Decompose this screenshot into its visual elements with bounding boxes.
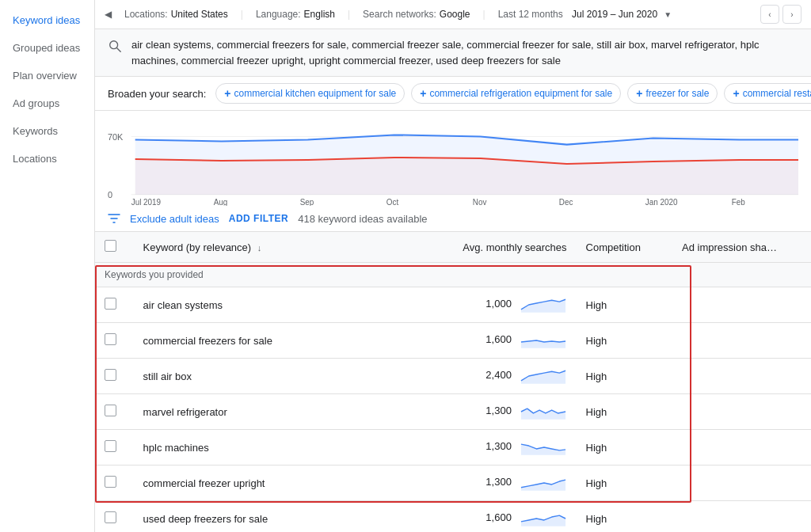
row-checkbox-1[interactable]	[105, 333, 116, 345]
search-text: air clean systems, commercial freezers f…	[131, 37, 798, 68]
sidebar-item-locations[interactable]: Locations	[0, 145, 94, 173]
header-keyword[interactable]: Keyword (by relevance) ↓	[134, 232, 423, 263]
back-arrow[interactable]: ◀	[105, 9, 112, 20]
sidebar-item-plan-overview[interactable]: Plan overview	[0, 62, 94, 89]
sidebar-item-ad-groups[interactable]: Ad groups	[0, 89, 94, 117]
svg-text:Nov: Nov	[473, 198, 487, 206]
chart-svg: 70K 0 Jul 2019 Aug Sep Oct Nov Dec Jan 2…	[108, 117, 798, 206]
header-monthly[interactable]: Avg. monthly searches	[422, 232, 576, 263]
header-competition-label: Competition	[586, 241, 641, 253]
row-checkbox-4[interactable]	[105, 440, 116, 452]
networks-label: Search networks:	[363, 9, 436, 20]
keyword-text: marvel refrigerator	[143, 406, 227, 418]
svg-text:Oct: Oct	[386, 198, 399, 206]
sidebar-item-keyword-ideas[interactable]: Keyword ideas	[0, 6, 94, 34]
locations-label: Locations:	[124, 9, 168, 20]
svg-text:Dec: Dec	[559, 198, 573, 206]
monthly-value: 2,400	[485, 369, 512, 381]
row-checkbox-2[interactable]	[105, 369, 116, 381]
broaden-tag-2[interactable]: + freezer for sale	[627, 83, 718, 104]
svg-text:Jul 2019: Jul 2019	[131, 198, 162, 206]
table-row: commercial freezers for sale 1,600 High	[95, 323, 811, 359]
broaden-tag-3[interactable]: + commercial restau…	[724, 83, 811, 104]
filter-bar: Exclude adult ideas ADD FILTER 418 keywo…	[95, 206, 811, 232]
table-row: air clean systems 1,000 High	[95, 287, 811, 323]
competition-value: High	[586, 442, 607, 454]
row-keyword-cell: still air box	[134, 359, 423, 394]
nav-arrows: ‹ ›	[760, 5, 801, 24]
row-keyword-cell: air clean systems	[134, 287, 423, 323]
language-item: Language: English	[256, 9, 335, 20]
locations-item: Locations: United States	[124, 9, 228, 20]
monthly-value: 1,300	[485, 440, 512, 452]
prev-arrow[interactable]: ‹	[760, 5, 779, 24]
sep1: |	[241, 9, 243, 20]
sidebar-item-label: Locations	[13, 153, 57, 165]
header-impression-label: Ad impression sha…	[682, 241, 777, 253]
competition-value: High	[586, 335, 607, 347]
sparkline-icon	[520, 367, 567, 386]
row-checkbox-5[interactable]	[105, 476, 116, 488]
row-monthly-cell: 1,600	[422, 323, 576, 359]
broaden-tag-1[interactable]: + commercial refrigeration equipment for…	[411, 83, 621, 104]
table-row: used deep freezers for sale 1,600 High	[95, 501, 811, 533]
sep3: |	[483, 9, 485, 20]
search-icon	[108, 39, 124, 55]
svg-point-0	[110, 41, 118, 49]
monthly-value: 1,000	[485, 298, 512, 310]
group-header-cell: Keywords you provided	[95, 263, 811, 287]
row-check-cell	[95, 430, 134, 466]
sidebar-item-label: Grouped ideas	[13, 42, 80, 54]
sparkline-icon	[520, 438, 567, 457]
add-filter-button[interactable]: ADD FILTER	[229, 213, 288, 224]
sidebar-item-label: Ad groups	[13, 97, 59, 109]
sparkline-icon	[520, 402, 567, 421]
svg-line-1	[117, 48, 121, 51]
networks-value: Google	[440, 9, 470, 20]
sparkline-icon	[520, 295, 567, 314]
sidebar-item-grouped-ideas[interactable]: Grouped ideas	[0, 34, 94, 62]
svg-marker-19	[520, 408, 565, 420]
keywords-table: Keyword (by relevance) ↓ Avg. monthly se…	[95, 232, 811, 532]
competition-value: High	[586, 370, 607, 382]
row-competition-cell: High	[577, 501, 673, 533]
row-checkbox-3[interactable]	[105, 405, 116, 416]
row-impression-cell	[672, 359, 811, 394]
monthly-value: 1,600	[485, 511, 512, 523]
broaden-tag-label-0: commercial kitchen equipment for sale	[234, 88, 396, 99]
row-monthly-cell: 1,600	[422, 501, 576, 533]
row-check-cell	[95, 359, 134, 394]
top-bar: ◀ Locations: United States | Language: E…	[95, 0, 811, 29]
broaden-tag-0[interactable]: + commercial kitchen equipment for sale	[215, 83, 405, 104]
group-header-row: Keywords you provided	[95, 263, 811, 287]
row-monthly-cell: 1,000	[422, 287, 576, 323]
period-label: Last 12 months	[498, 9, 563, 20]
row-checkbox-0[interactable]	[105, 298, 116, 310]
competition-value: High	[586, 299, 607, 311]
competition-value: High	[586, 477, 607, 489]
header-competition[interactable]: Competition	[577, 232, 673, 263]
keyword-text: still air box	[143, 370, 192, 382]
monthly-value: 1,600	[485, 333, 512, 345]
row-check-cell	[95, 323, 134, 359]
exclude-adult-link[interactable]: Exclude adult ideas	[130, 213, 219, 225]
period-item: Last 12 months Jul 2019 – Jun 2020 ▼	[498, 9, 672, 20]
sidebar-item-keywords[interactable]: Keywords	[0, 117, 94, 145]
table-row: still air box 2,400 High	[95, 359, 811, 394]
row-monthly-cell: 1,300	[422, 430, 576, 466]
row-checkbox-6[interactable]	[105, 511, 116, 523]
plus-icon-2: +	[636, 87, 642, 100]
monthly-value: 1,300	[485, 405, 512, 416]
next-arrow[interactable]: ›	[782, 5, 801, 24]
header-monthly-label: Avg. monthly searches	[463, 241, 566, 253]
svg-text:Aug: Aug	[214, 198, 228, 206]
keyword-text: commercial freezer upright	[143, 477, 265, 489]
broaden-label: Broaden your search:	[108, 88, 206, 100]
header-impression[interactable]: Ad impression sha…	[672, 232, 811, 263]
header-checkbox[interactable]	[105, 240, 116, 252]
filter-icon	[108, 212, 120, 225]
row-impression-cell	[672, 501, 811, 533]
keyword-text: used deep freezers for sale	[143, 513, 268, 525]
period-dropdown-icon[interactable]: ▼	[664, 10, 672, 19]
table-container: Keyword (by relevance) ↓ Avg. monthly se…	[95, 232, 811, 532]
